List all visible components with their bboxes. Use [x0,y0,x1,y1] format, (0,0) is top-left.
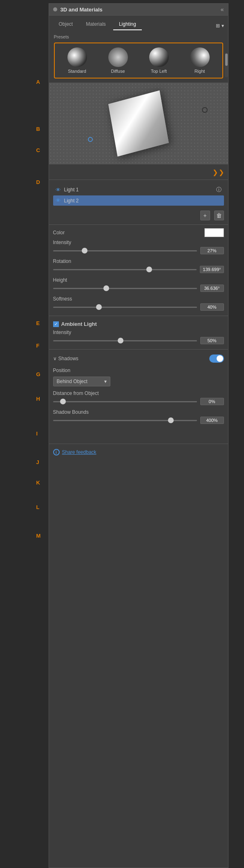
ambient-checkbox[interactable]: ✓ [53,321,59,327]
toggle-knob [217,355,223,362]
ambient-intensity-label: Intensity [53,330,224,335]
rotation-row: Rotation 139.699° [49,258,228,276]
eye-icon-2[interactable]: 👁 [56,197,61,204]
softness-row: Softness 40% [49,295,228,314]
height-value[interactable]: 36.636° [200,285,224,292]
preset-label-right: Right [195,69,205,74]
distance-label: Distance from Object [53,390,224,396]
preview-dot-white[interactable] [202,107,208,113]
shadows-label: Shadows [58,356,78,361]
trash-icon: 🗑 [216,212,222,219]
arrow-right-2-icon[interactable]: ❯ [219,168,224,176]
height-thumb[interactable] [103,285,109,291]
position-value: Behind Object [57,379,87,384]
distance-thumb[interactable] [60,399,66,404]
close-button[interactable] [53,7,57,11]
arrows-row: ❯ ❯ [49,167,228,178]
panel-title: 3D and Materials [60,7,103,13]
preview-area[interactable] [49,83,228,164]
intensity-value[interactable]: 27% [200,247,224,254]
shadow-bounds-row: Shadow Bounds 400% [49,408,228,427]
shadows-toggle-label[interactable]: ∨ Shadows [53,356,78,361]
color-swatch[interactable] [204,228,224,237]
preset-topleft[interactable]: Top Left [149,47,169,74]
height-row: Height 36.636° [49,276,228,295]
feedback-link[interactable]: Share feedback [62,449,96,455]
scrollbar[interactable] [225,53,228,77]
intensity-label: Intensity [53,240,224,245]
preset-label-topleft: Top Left [151,69,167,74]
softness-value[interactable]: 40% [200,303,224,311]
color-row: Color [49,227,228,239]
arrow-right-1-icon[interactable]: ❯ [213,168,218,176]
height-track[interactable] [53,288,197,289]
eye-icon-1[interactable]: 👁 [56,187,61,193]
ambient-intensity-row: Intensity 50% [49,329,228,348]
ambient-label: Ambient Light [61,321,97,327]
preset-ball-standard [67,47,87,67]
shadow-bounds-label: Shadow Bounds [53,409,224,415]
shadow-bounds-track[interactable] [53,420,197,421]
distance-value[interactable]: 0% [200,398,224,405]
preset-label-diffuse: Diffuse [111,69,125,74]
tabs-row: Object Materials Lighting ⊞ ▾ [49,16,228,30]
preset-ball-diffuse [108,47,128,67]
rotation-value[interactable]: 139.699° [200,266,224,273]
shadow-bounds-thumb[interactable] [168,417,174,423]
add-light-button[interactable]: + [200,211,210,220]
preview-dot-blue[interactable] [88,137,93,142]
position-row: Position [49,366,228,375]
dropdown-chevron-icon: ▾ [104,379,107,384]
intensity-thumb[interactable] [82,248,87,253]
preview-square[interactable] [108,90,168,157]
panel: 3D and Materials « Object Materials Ligh… [49,3,228,868]
rotation-thumb[interactable] [146,267,152,272]
intensity-track[interactable] [53,250,197,251]
preset-ball-topleft [149,47,169,67]
shadow-bounds-value[interactable]: 400% [200,417,224,424]
feedback-row[interactable]: i Share feedback [49,444,228,460]
rotation-track[interactable] [53,269,197,270]
color-label: Color [53,230,65,236]
presets-box: Standard Diffuse Top Left Right [54,43,223,79]
title-bar: 3D and Materials « [49,4,228,16]
presets-label: Presets [54,34,223,39]
shadows-toggle[interactable] [209,354,224,363]
chevron-down-icon[interactable]: ▾ [222,23,224,29]
softness-label: Softness [53,296,224,302]
light-actions: + 🗑 [49,208,228,223]
softness-thumb[interactable] [96,304,102,310]
position-dropdown[interactable]: Behind Object ▾ [53,377,110,386]
chevron-shadows-icon: ∨ [53,356,57,361]
presets-section: Presets Standard Diffuse Top Left Right [49,30,228,83]
height-label: Height [53,277,224,283]
light-name-1: Light 1 [64,187,213,193]
preset-label-standard: Standard [68,69,86,74]
distance-track[interactable] [53,401,197,402]
ambient-row: ✓ Ambient Light [49,318,228,329]
checkmark-icon: ✓ [54,322,58,326]
tab-object[interactable]: Object [53,19,79,30]
tab-lighting[interactable]: Lighting [113,19,142,30]
tab-materials[interactable]: Materials [80,19,112,30]
preset-ball-right [190,47,210,67]
softness-track[interactable] [53,307,197,308]
ambient-intensity-thumb[interactable] [118,338,123,343]
ambient-intensity-track[interactable] [53,340,197,341]
distance-row: Distance from Object 0% [49,390,228,408]
lights-list: 👁 Light 1 ⓘ 👁 Light 2 [49,182,228,208]
preset-diffuse[interactable]: Diffuse [108,47,128,74]
info-icon: i [53,449,60,455]
light-item-1[interactable]: 👁 Light 1 ⓘ [53,184,224,195]
rotation-label: Rotation [53,258,224,264]
delete-light-button[interactable]: 🗑 [214,211,224,220]
intensity-row: Intensity 27% [49,239,228,258]
ambient-intensity-value[interactable]: 50% [200,337,224,344]
light-name-2: Light 2 [64,198,222,204]
preset-standard[interactable]: Standard [67,47,87,74]
position-label: Position [53,368,71,373]
grid-icon[interactable]: ⊞ [216,23,220,29]
preset-right[interactable]: Right [190,47,210,74]
light-item-2[interactable]: 👁 Light 2 [53,195,224,206]
collapse-icon[interactable]: « [221,6,224,13]
